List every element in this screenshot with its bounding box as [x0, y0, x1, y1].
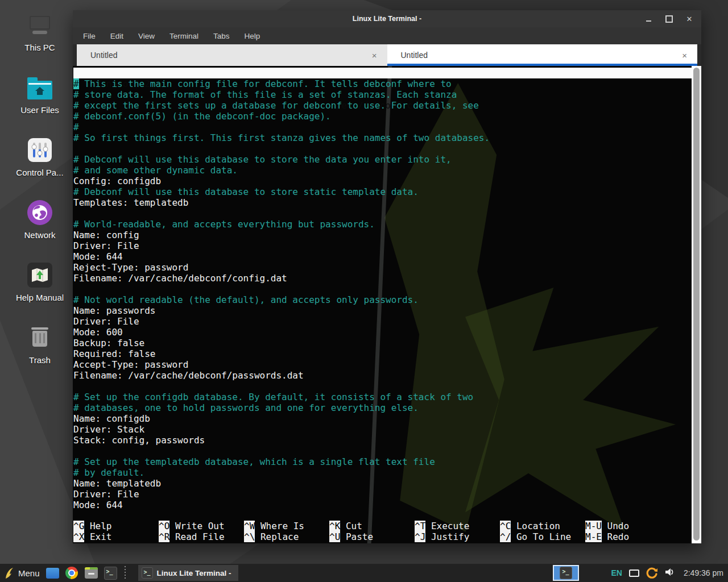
editor-line: # Not world readable (the default), and …: [73, 294, 692, 305]
desktop-icon-user-files[interactable]: User Files: [0, 74, 80, 136]
menubar: File Edit View Terminal Tabs Help: [73, 27, 701, 44]
panel-handle[interactable]: [125, 566, 129, 580]
editor-line: #: [73, 122, 692, 132]
desktop-icon-column: This PC User Files Control Pa...: [0, 11, 80, 386]
editor-line: Driver: File: [73, 240, 692, 251]
tab-close-icon[interactable]: ×: [682, 51, 687, 60]
desktop-icon-label: Help Manual: [16, 293, 64, 302]
start-menu-label: Menu: [18, 568, 40, 578]
terminal-icon: >_: [106, 568, 113, 575]
menu-edit[interactable]: Edit: [110, 32, 123, 40]
nano-shortcut: ^C Location: [500, 521, 571, 531]
nano-shortcut: ^\ Replace: [244, 531, 304, 542]
editor-line: Driver: Stack: [73, 424, 692, 435]
globe-icon: [26, 199, 53, 226]
menu-terminal[interactable]: Terminal: [169, 32, 198, 40]
editor-line: # This is the main config file for debco…: [73, 78, 692, 89]
file-cabinet-icon: [85, 567, 98, 579]
tray-terminal-button[interactable]: >_: [553, 565, 579, 581]
editor-line: Driver: File: [73, 316, 692, 327]
trash-icon: [26, 324, 53, 351]
nano-shortcut-column: M-U UndoM-E Redo: [585, 521, 629, 542]
update-manager-icon[interactable]: [646, 567, 658, 579]
desktop-icon-label: Network: [24, 230, 55, 240]
shortcut-key: ^J: [415, 531, 425, 542]
nano-shortcut: ^X Exit: [73, 531, 111, 542]
start-menu-button[interactable]: Menu: [5, 567, 40, 579]
maximize-button[interactable]: [665, 15, 673, 23]
chrome-icon: [65, 567, 78, 579]
editor-line: Config: configdb: [73, 176, 692, 186]
file-manager-launcher[interactable]: [85, 567, 98, 580]
shortcut-key: ^/: [500, 531, 511, 542]
desktop-icon-control-panel[interactable]: Control Pa...: [0, 136, 80, 199]
chrome-launcher[interactable]: [65, 567, 78, 580]
nano-shortcut: ^T Execute: [415, 521, 469, 531]
desktop-icon-label: Trash: [29, 355, 51, 365]
nano-shortcut-column: ^K Cut^U Paste: [329, 521, 373, 542]
editor-line: # World-readable, and accepts everything…: [73, 219, 692, 230]
editor-line: [73, 284, 692, 294]
tab-untitled-1[interactable]: Untitled ×: [77, 44, 387, 66]
terminal-launcher[interactable]: >_: [104, 567, 117, 580]
desktop-icon-help-manual[interactable]: Help Manual: [0, 261, 80, 324]
menu-view[interactable]: View: [138, 32, 155, 40]
tab-bar: Untitled × Untitled ×: [73, 44, 701, 66]
taskbar: Menu >_ >_ Linux Lite Terminal - >_ EN: [0, 564, 728, 582]
volume-icon[interactable]: [665, 567, 676, 579]
terminal-icon: >_: [560, 567, 572, 579]
tab-untitled-2[interactable]: Untitled ×: [387, 44, 698, 66]
linux-lite-logo-icon: [5, 567, 14, 579]
editor-line: # Set up the templatedb database, which …: [73, 456, 692, 467]
editor-line: Mode: 600: [73, 327, 692, 338]
editor-line: # Debconf will use this database to stor…: [73, 154, 692, 165]
nano-shortcut: M-E Redo: [585, 531, 629, 542]
nano-shortcut: ^R Read File: [159, 531, 225, 542]
nano-shortcut: ^K Cut: [329, 521, 373, 531]
desktop-icon-trash[interactable]: Trash: [0, 324, 80, 386]
window-controls: ✕: [644, 10, 693, 27]
editor-line: Mode: 644: [73, 500, 692, 510]
window-titlebar[interactable]: Linux Lite Terminal - ✕: [73, 10, 701, 27]
keyboard-layout-indicator[interactable]: EN: [611, 568, 622, 577]
editor-line: Mode: 644: [73, 251, 692, 262]
tab-close-icon[interactable]: ×: [372, 51, 377, 60]
editor-line: Accept-Type: password: [73, 359, 692, 370]
nano-shortcut-column: ^W Where Is^\ Replace: [244, 521, 304, 542]
menu-file[interactable]: File: [83, 32, 96, 40]
display-tray-icon[interactable]: [629, 569, 639, 577]
taskbar-window-button[interactable]: >_ Linux Lite Terminal -: [138, 565, 238, 581]
text-cursor: #: [73, 78, 79, 89]
editor-line: Name: config: [73, 230, 692, 240]
terminal-screen[interactable]: GNU nano 7.2 /etc/debconf.conf # This is…: [73, 66, 701, 543]
editor-text-area: # This is the main config file for debco…: [73, 78, 692, 510]
editor-line: Name: templatedb: [73, 478, 692, 489]
desktop-icon-network[interactable]: Network: [0, 199, 80, 261]
editor-line: # except the first sets up a database fo…: [73, 100, 692, 111]
show-desktop-button[interactable]: [46, 567, 59, 580]
taskbar-clock[interactable]: 2:49:36 pm: [684, 568, 723, 577]
editor-line: # debconf.conf(5) (in the debconf-doc pa…: [73, 111, 692, 122]
taskbar-window-title: Linux Lite Terminal -: [157, 569, 231, 577]
editor-line: # and some other dynamic data.: [73, 165, 692, 176]
system-tray: >_ EN 2:49:36 pm: [553, 565, 723, 581]
editor-line: # by default.: [73, 467, 692, 478]
shortcut-key: ^U: [329, 531, 340, 542]
desktop-icon-this-pc[interactable]: This PC: [0, 11, 80, 74]
editor-line: [73, 208, 692, 219]
menu-help[interactable]: Help: [245, 32, 260, 40]
desktop-icon-label: This PC: [24, 43, 55, 52]
editor-line: # Set up the configdb database. By defau…: [73, 392, 692, 402]
editor-line: # databases, one to hold passwords and o…: [73, 402, 692, 413]
minimize-button[interactable]: [644, 15, 652, 23]
nano-shortcut-column: ^T Execute^J Justify: [415, 521, 469, 542]
menu-tabs[interactable]: Tabs: [213, 32, 230, 40]
close-button[interactable]: ✕: [685, 15, 693, 23]
scrollbar-thumb[interactable]: [693, 68, 700, 541]
editor-line: Stack: config, passwords: [73, 435, 692, 446]
nano-shortcut: ^J Justify: [415, 531, 469, 542]
shortcut-key: ^\: [244, 531, 255, 542]
editor-line: [73, 381, 692, 392]
scrollbar-track[interactable]: [692, 66, 701, 543]
desktop-icon-label: Control Pa...: [16, 168, 63, 177]
